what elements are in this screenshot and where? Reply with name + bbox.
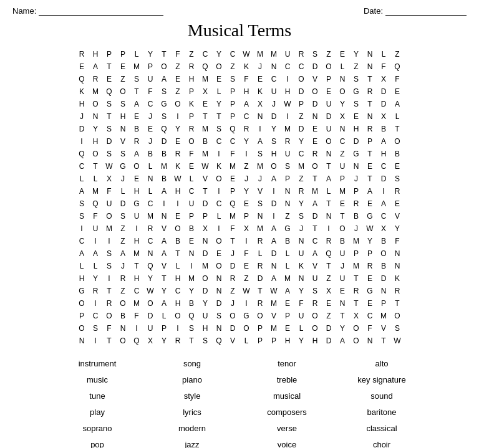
grid-cell: P [267,335,281,347]
grid-cell: V [390,210,404,222]
grid-cell: O [308,85,322,98]
grid-cell: Y [294,135,308,148]
grid-cell: N [281,198,294,210]
grid-cell: U [143,322,157,335]
grid-cell: Z [116,285,130,297]
list-item: play [50,406,145,419]
grid-cell: X [198,85,212,98]
grid-cell: B [143,148,157,160]
grid-cell: T [102,60,116,73]
grid-cell: I [75,135,89,148]
grid-cell: E [130,110,143,123]
grid-cell: C [226,135,240,148]
grid-cell: T [130,260,143,272]
grid-cell: Q [89,198,102,210]
grid-cell: B [377,235,390,247]
grid-cell: M [198,73,212,85]
grid-cell: I [89,235,102,247]
grid-cell: M [198,148,212,160]
grid-cell: P [102,48,116,60]
grid-cell: R [143,222,157,235]
grid-cell: J [294,222,308,235]
grid-cell: S [308,285,322,297]
grid-cell: E [171,135,185,148]
grid-cell: O [322,135,336,148]
grid-cell: H [171,272,185,285]
grid-cell: D [226,260,240,272]
grid-cell: P [116,48,130,60]
date-field: Date: [364,6,467,16]
grid-cell: I [212,222,226,235]
grid-cell: R [185,60,198,73]
grid-cell: D [322,322,336,335]
grid-cell: O [143,297,157,310]
grid-row: IUMZIRVOBXIFXMAGJTIOJWXY [75,222,404,235]
list-item: modern [145,422,240,436]
grid-cell: T [308,173,322,185]
grid-row: PCOBFDLOQUSOGOVPUOZTXCMO [75,310,404,322]
grid-cell: N [336,73,349,85]
grid-cell: U [267,85,281,98]
grid-cell: X [377,73,390,85]
grid-cell: D [322,335,336,347]
grid-cell: A [89,247,102,260]
grid-cell: I [281,73,294,85]
grid-cell: M [308,185,322,198]
grid-cell: T [363,148,377,160]
grid-cell: E [308,123,322,135]
grid-cell: P [226,85,240,98]
grid-cell: T [390,123,404,135]
grid-cell: B [130,123,143,135]
grid-cell: R [294,185,308,198]
grid-cell: D [294,85,308,98]
grid-cell: W [143,285,157,297]
grid-cell: J [226,247,240,260]
grid-cell: D [198,247,212,260]
grid-row: OIROMOAHBYDJIRMEFRENTEPT [75,297,404,310]
grid-cell: E [336,48,349,60]
grid-cell: O [116,297,130,310]
grid-cell: H [267,148,281,160]
grid-cell: J [253,173,267,185]
grid-row: AASAMNATNDEJFLDLUAQUPPON [75,247,404,260]
grid-cell: G [363,285,377,297]
grid-cell: P [226,110,240,123]
grid-cell: A [240,98,253,110]
grid-cell: H [130,185,143,198]
grid-cell: U [281,48,294,60]
grid-cell: N [212,285,226,297]
grid-cell: B [377,123,390,135]
grid-cell: Z [226,285,240,297]
grid-cell: E [212,73,226,85]
grid-cell: N [116,322,130,335]
grid-cell: R [89,73,102,85]
grid-cell: R [390,285,404,297]
grid-cell: T [363,98,377,110]
grid-cell: Q [157,123,171,135]
grid-cell: N [89,110,102,123]
grid-cell: I [322,222,336,235]
grid-cell: I [102,235,116,247]
grid-cell: J [240,173,253,185]
grid-cell: Q [226,123,240,135]
grid-cell: L [116,185,130,198]
grid-cell: A [267,235,281,247]
grid-cell: M [89,85,102,98]
grid-cell: M [253,222,267,235]
grid-cell: Q [212,335,226,347]
grid-cell: U [143,73,157,85]
grid-cell: P [253,335,267,347]
grid-cell: K [390,272,404,285]
grid-cell: L [143,160,157,173]
grid-cell: L [185,173,198,185]
grid-cell: S [267,135,281,148]
grid-cell: U [102,198,116,210]
grid-cell: T [89,160,102,173]
grid-cell: S [75,198,89,210]
grid-cell: I [130,322,143,335]
grid-cell: A [336,335,349,347]
grid-cell: J [267,98,281,110]
grid-cell: R [226,272,240,285]
grid-cell: E [198,98,212,110]
grid-cell: O [308,310,322,322]
